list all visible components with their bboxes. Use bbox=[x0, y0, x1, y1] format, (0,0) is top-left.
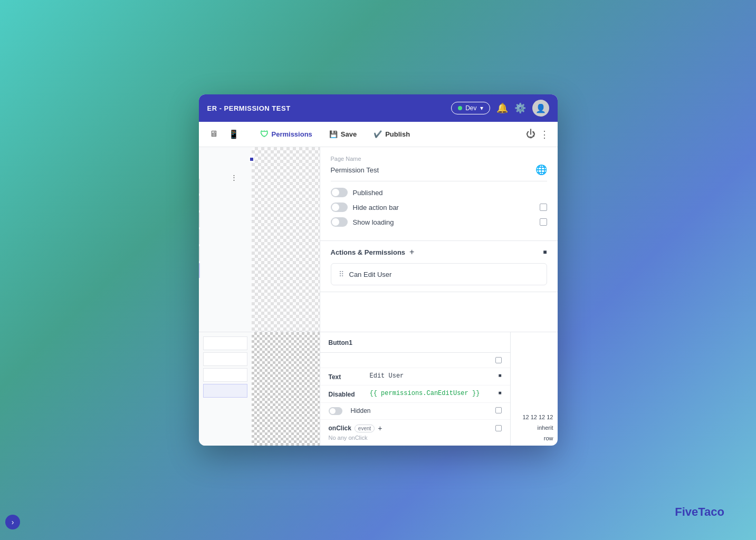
avatar[interactable]: 👤 bbox=[532, 100, 549, 117]
resize-handle[interactable] bbox=[249, 157, 254, 162]
canvas-row-4 bbox=[199, 229, 200, 244]
element-menu[interactable]: ⋮ bbox=[231, 173, 237, 181]
onclick-row: onClick event + No any onClick bbox=[320, 420, 510, 446]
settings-icon[interactable]: ⚙️ bbox=[514, 102, 526, 114]
bottom-panel-wrapper: › Button1 Text Edit User ■ bbox=[199, 332, 558, 446]
published-row: Published bbox=[331, 188, 547, 197]
page-name-text: Permission Test bbox=[331, 166, 379, 174]
published-toggle[interactable] bbox=[331, 188, 348, 197]
app-title: ER - PERMISSION TEST bbox=[207, 104, 291, 112]
dev-dot bbox=[458, 106, 462, 110]
prop-hidden-row: Hidden bbox=[320, 403, 510, 420]
prop-text-row: Text Edit User ■ bbox=[320, 368, 510, 385]
drag-handle-icon[interactable]: ⠿ bbox=[339, 270, 344, 278]
notification-icon[interactable]: 🔔 bbox=[496, 102, 508, 114]
show-loading-checkbox[interactable] bbox=[540, 218, 547, 226]
app-window: ER - PERMISSION TEST Dev ▾ 🔔 ⚙️ 👤 🖥 📱 🛡 … bbox=[199, 94, 558, 446]
hidden-label: Hidden bbox=[347, 407, 491, 414]
hidden-checkbox[interactable] bbox=[495, 407, 502, 413]
topbar: ER - PERMISSION TEST Dev ▾ 🔔 ⚙️ 👤 bbox=[199, 94, 558, 122]
topbar-right: Dev ▾ 🔔 ⚙️ 👤 bbox=[451, 100, 549, 117]
more-options-icon[interactable]: ⋮ bbox=[540, 129, 549, 140]
actions-menu-icon[interactable]: ■ bbox=[543, 248, 547, 256]
disabled-prop-menu-icon[interactable]: ■ bbox=[498, 390, 501, 396]
prop-row-empty bbox=[320, 353, 510, 368]
button-title: Button1 bbox=[329, 339, 352, 346]
canvas-bottom-left: › bbox=[199, 332, 252, 446]
show-loading-row: Show loading bbox=[331, 217, 547, 227]
save-button[interactable]: 💾 Save bbox=[323, 127, 363, 141]
canvas-bottom-checker bbox=[252, 332, 320, 446]
actions-title-text: Actions & Permissions bbox=[331, 248, 406, 256]
onclick-checkbox[interactable] bbox=[495, 425, 502, 431]
brand-text: FiveTaco bbox=[675, 505, 724, 518]
page-name-section: Page Name Permission Test 🌐 Published bbox=[320, 147, 558, 241]
canvas-row-3 bbox=[199, 213, 200, 227]
add-permission-button[interactable]: + bbox=[409, 247, 414, 257]
toolbar: 🖥 📱 🛡 Permissions 💾 Save ✔️ Publish ⏻ ⋮ bbox=[199, 122, 558, 147]
publish-button[interactable]: ✔️ Publish bbox=[367, 127, 416, 141]
canvas-row-blue bbox=[199, 263, 200, 278]
actions-permissions-section: Actions & Permissions + ■ ⠿ Can Edit Use… bbox=[320, 241, 558, 292]
prop-disabled-row: Disabled {{ permissions.CanEditUser }} ■ bbox=[320, 385, 510, 403]
canvas-row-5 bbox=[199, 246, 200, 261]
published-toggle-thumb bbox=[332, 189, 339, 196]
shield-icon: 🛡 bbox=[260, 130, 269, 139]
inherit-value: inherit bbox=[515, 425, 553, 431]
text-prop-menu-icon[interactable]: ■ bbox=[498, 372, 501, 378]
main-upper: ⋮ Page Name Permission Test 🌐 Published bbox=[199, 147, 558, 332]
dev-chevron: ▾ bbox=[480, 104, 483, 112]
prop-empty-checkbox[interactable] bbox=[495, 357, 502, 363]
canvas-bottom-area: › bbox=[199, 332, 320, 446]
hide-action-bar-label: Hide action bar bbox=[353, 204, 534, 211]
save-label: Save bbox=[341, 130, 357, 138]
publish-icon: ✔️ bbox=[374, 130, 382, 138]
permission-item[interactable]: ⠿ Can Edit User bbox=[331, 263, 547, 285]
canvas-row-2 bbox=[199, 196, 200, 210]
permission-name: Can Edit User bbox=[349, 271, 392, 278]
event-badge: event bbox=[355, 425, 375, 432]
actions-title: Actions & Permissions + bbox=[331, 247, 415, 257]
side-values-panel: 12 12 12 12 inherit row bbox=[510, 332, 558, 446]
hide-action-bar-thumb bbox=[332, 204, 339, 211]
disabled-prop-label: Disabled bbox=[329, 390, 366, 398]
mobile-icon[interactable]: 📱 bbox=[226, 127, 241, 141]
row-value: row bbox=[515, 435, 553, 441]
hide-action-bar-checkbox[interactable] bbox=[540, 204, 547, 211]
text-prop-value: Edit User bbox=[370, 372, 494, 380]
brand: FiveTaco bbox=[675, 505, 724, 519]
show-loading-toggle[interactable] bbox=[331, 217, 348, 227]
canvas-checkerboard bbox=[252, 147, 320, 332]
canvas-row-1 bbox=[199, 179, 200, 194]
dev-environment-badge[interactable]: Dev ▾ bbox=[451, 102, 490, 114]
canvas-area: ⋮ bbox=[199, 147, 320, 332]
translate-icon[interactable]: 🌐 bbox=[535, 164, 547, 176]
right-panel: Page Name Permission Test 🌐 Published bbox=[320, 147, 558, 332]
power-icon[interactable]: ⏻ bbox=[526, 129, 535, 140]
published-label: Published bbox=[353, 189, 547, 197]
show-loading-label: Show loading bbox=[353, 218, 534, 226]
onclick-label: onClick bbox=[329, 425, 351, 432]
add-onclick-button[interactable]: + bbox=[378, 424, 382, 432]
hidden-toggle[interactable] bbox=[329, 407, 342, 415]
actions-header: Actions & Permissions + ■ bbox=[331, 247, 547, 257]
permissions-label: Permissions bbox=[272, 130, 312, 138]
toolbar-end: ⏻ ⋮ bbox=[526, 129, 549, 140]
hide-action-bar-toggle[interactable] bbox=[331, 202, 348, 212]
text-prop-label: Text bbox=[329, 372, 366, 381]
dev-label: Dev bbox=[465, 104, 476, 112]
desktop-icon[interactable]: 🖥 bbox=[207, 127, 220, 141]
button-section-header: Button1 bbox=[320, 332, 510, 353]
disabled-prop-value: {{ permissions.CanEditUser }} bbox=[370, 390, 494, 397]
props-panel: Button1 Text Edit User ■ Disabled {{ per… bbox=[320, 332, 510, 446]
onclick-header: onClick event + bbox=[329, 424, 502, 432]
padding-value: 12 12 12 12 bbox=[515, 414, 553, 420]
onclick-sub: No any onClick bbox=[329, 435, 502, 441]
canvas-left-bg bbox=[199, 147, 252, 332]
show-loading-thumb bbox=[332, 218, 339, 226]
permissions-button[interactable]: 🛡 Permissions bbox=[254, 127, 319, 142]
hide-action-bar-row: Hide action bar bbox=[331, 202, 547, 212]
page-name-label: Page Name bbox=[331, 156, 547, 162]
hidden-toggle-thumb bbox=[330, 408, 336, 414]
device-toggle: 🖥 📱 bbox=[207, 127, 241, 141]
